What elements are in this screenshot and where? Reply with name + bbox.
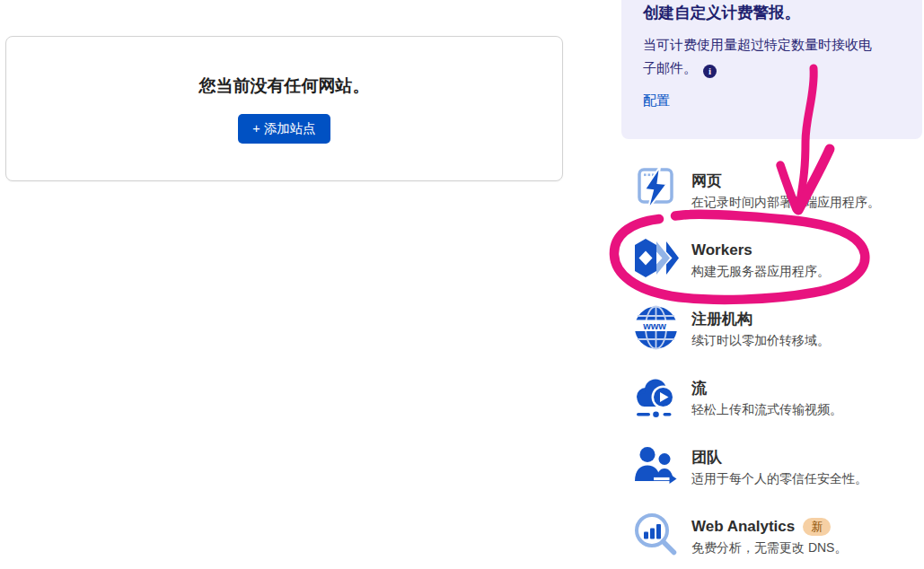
stream-icon (633, 373, 679, 419)
billing-alert-panel: 创建自定义计费警报。 当可计费使用量超过特定数量时接收电子邮件。i 配置 (621, 0, 922, 139)
empty-state-message: 您当前没有任何网站。 (199, 74, 370, 98)
product-title: 网页 (691, 171, 880, 191)
product-item-stream[interactable]: 流 轻松上传和流式传输视频。 (633, 373, 920, 419)
billing-alert-title: 创建自定义计费警报。 (643, 2, 899, 23)
svg-text:www: www (642, 320, 666, 331)
product-description: 在记录时间内部署前端应用程序。 (691, 193, 880, 212)
product-title: 注册机构 (691, 310, 830, 329)
registrar-icon: www (633, 304, 679, 350)
empty-state-card: 您当前没有任何网站。 + 添加站点 (5, 36, 563, 181)
product-description: 续订时以零加价转移域。 (691, 331, 830, 350)
configure-link[interactable]: 配置 (643, 92, 670, 109)
product-item-workers[interactable]: Workers 构建无服务器应用程序。 (633, 235, 920, 281)
product-description: 轻松上传和流式传输视频。 (691, 400, 842, 419)
product-item-web-analytics[interactable]: Web Analytics 新 免费分析，无需更改 DNS。 (633, 512, 920, 557)
product-description: 免费分析，无需更改 DNS。 (691, 538, 847, 557)
workers-icon (633, 235, 679, 281)
billing-alert-description: 当可计费使用量超过特定数量时接收电子邮件。i (643, 33, 884, 80)
add-site-button[interactable]: + 添加站点 (238, 114, 330, 144)
product-title: 团队 (691, 448, 867, 468)
product-title: Web Analytics (691, 517, 795, 537)
new-badge: 新 (803, 518, 831, 536)
info-icon[interactable]: i (703, 65, 717, 78)
product-title: 流 (691, 379, 842, 398)
product-list: 网页 在记录时间内部署前端应用程序。 Workers 构建无服务器应用程序。 (633, 166, 920, 569)
product-item-teams[interactable]: 团队 适用于每个人的零信任安全性。 (633, 442, 920, 488)
product-description: 适用于每个人的零信任安全性。 (691, 469, 867, 488)
product-description: 构建无服务器应用程序。 (691, 262, 830, 281)
product-title: Workers (691, 241, 830, 260)
pages-icon (633, 166, 679, 212)
product-item-pages[interactable]: 网页 在记录时间内部署前端应用程序。 (633, 166, 920, 212)
product-item-registrar[interactable]: www 注册机构 续订时以零加价转移域。 (633, 304, 920, 350)
teams-icon (633, 442, 679, 488)
web-analytics-icon (633, 512, 679, 557)
